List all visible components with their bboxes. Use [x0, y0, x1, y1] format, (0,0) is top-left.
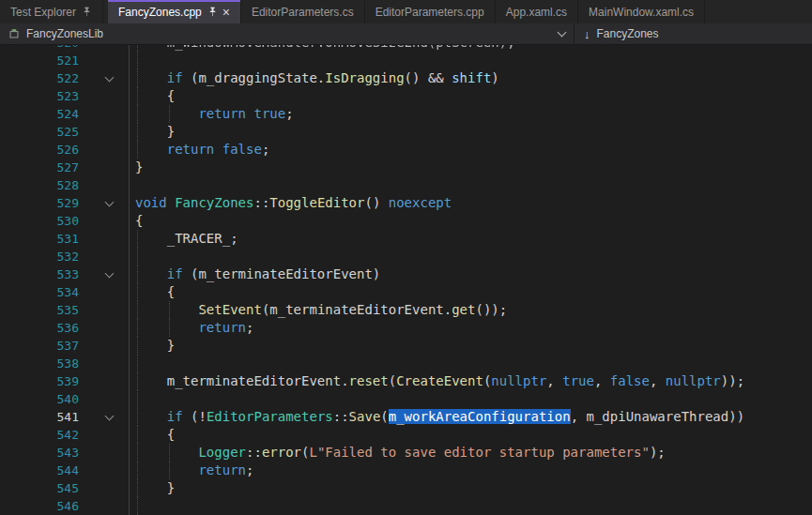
code-line[interactable]: 534 {: [0, 283, 812, 301]
code-text: [129, 176, 812, 194]
line-number: 530: [0, 212, 94, 230]
pin-icon[interactable]: [207, 7, 218, 17]
code-line[interactable]: 540: [0, 390, 812, 408]
tab-mainwindow-xaml-cs[interactable]: MainWindow.xaml.cs: [578, 0, 705, 23]
code-line[interactable]: 535 SetEvent(m_terminateEditorEvent.get(…: [0, 301, 812, 319]
line-number: 525: [0, 123, 94, 141]
code-line[interactable]: 532: [0, 248, 812, 265]
tab-bar: Test ExplorerFancyZones.cpp×EditorParame…: [0, 0, 812, 23]
fold-margin: [94, 408, 129, 426]
fold-margin: [94, 444, 129, 462]
project-icon: [8, 28, 20, 39]
tab-label: Test Explorer: [10, 6, 76, 19]
line-number: 546: [0, 497, 94, 515]
line-number: 533: [0, 265, 94, 283]
line-number: 536: [0, 319, 94, 337]
fold-margin: [94, 265, 129, 283]
close-icon[interactable]: ×: [222, 6, 230, 19]
line-number: 534: [0, 283, 94, 301]
indent-guide: [137, 355, 138, 372]
code-line[interactable]: 527}: [0, 159, 812, 176]
code-text: [129, 52, 812, 69]
vs-editor-window: Test ExplorerFancyZones.cpp×EditorParame…: [0, 0, 812, 515]
line-number: 528: [0, 176, 94, 194]
scope-dropdown[interactable]: ↓ FancyZones: [575, 23, 812, 44]
line-number: 541: [0, 408, 94, 426]
code-line[interactable]: 545 }: [0, 479, 812, 497]
line-number: 523: [0, 87, 94, 105]
tab-label: App.xaml.cs: [506, 6, 567, 19]
code-text: return false;: [129, 141, 812, 159]
code-text: {: [129, 87, 812, 105]
code-line[interactable]: 541 if (!EditorParameters::Save(m_workAr…: [0, 408, 812, 426]
code-line[interactable]: 524 return true;: [0, 105, 812, 123]
fold-margin: [94, 159, 129, 176]
line-number: 532: [0, 248, 94, 265]
fold-margin: [94, 462, 129, 479]
code-line[interactable]: 531 _TRACER_;: [0, 230, 812, 248]
indent-guide: [137, 248, 138, 265]
code-line[interactable]: 520 m_windowMoveHandler.OnMoveSizeEnd(pt…: [0, 45, 812, 52]
tab-label: EditorParameters.cs: [252, 6, 354, 19]
fold-chevron-icon[interactable]: [105, 73, 115, 83]
fold-margin: [94, 176, 129, 194]
code-line[interactable]: 544 return;: [0, 462, 812, 479]
tab-app-xaml-cs[interactable]: App.xaml.cs: [496, 0, 578, 23]
code-line[interactable]: 542 {: [0, 426, 812, 444]
code-line[interactable]: 533 if (m_terminateEditorEvent): [0, 265, 812, 283]
code-line[interactable]: 521: [0, 52, 812, 69]
fold-margin: [94, 479, 129, 497]
code-line[interactable]: 523 {: [0, 87, 812, 105]
project-dropdown[interactable]: FancyZonesLib: [0, 23, 575, 44]
code-line[interactable]: 522 if (m_draggingState.IsDragging() && …: [0, 69, 812, 87]
code-text: {: [129, 426, 812, 444]
fold-chevron-icon[interactable]: [105, 412, 115, 421]
code-line[interactable]: 528: [0, 176, 812, 194]
tab-test-explorer[interactable]: Test Explorer: [0, 0, 103, 23]
fold-chevron-icon[interactable]: [105, 269, 115, 279]
code-text: }: [129, 337, 812, 355]
fold-margin: [94, 105, 129, 123]
code-line[interactable]: 525 }: [0, 123, 812, 141]
line-number: 527: [0, 159, 94, 176]
pin-icon[interactable]: [82, 7, 92, 17]
line-number: 522: [0, 69, 94, 87]
tab-editorparameters-cpp[interactable]: EditorParameters.cpp: [365, 0, 496, 23]
fold-margin: [94, 283, 129, 301]
line-number: 537: [0, 337, 94, 355]
line-number: 544: [0, 462, 94, 479]
fold-margin: [94, 372, 129, 390]
fold-margin: [94, 355, 129, 372]
line-number: 545: [0, 479, 94, 497]
code-line[interactable]: 529void FancyZones::ToggleEditor() noexc…: [0, 194, 812, 212]
chevron-down-icon: [558, 28, 567, 38]
tab-fancyzones-cpp[interactable]: FancyZones.cpp×: [108, 0, 241, 23]
code-line[interactable]: 538: [0, 355, 812, 372]
code-line[interactable]: 530{: [0, 212, 812, 230]
code-text: if (m_draggingState.IsDragging() && shif…: [129, 69, 812, 87]
code-line[interactable]: 536 return;: [0, 319, 812, 337]
code-text: m_windowMoveHandler.OnMoveSizeEnd(ptScre…: [129, 45, 812, 52]
code-text: Logger::error(L"Failed to save editor st…: [129, 444, 812, 462]
tab-editorparameters-cs[interactable]: EditorParameters.cs: [241, 0, 365, 23]
fold-margin: [94, 390, 129, 408]
code-line[interactable]: 543 Logger::error(L"Failed to save edito…: [0, 444, 812, 462]
code-line[interactable]: 537 }: [0, 337, 812, 355]
fold-margin: [94, 69, 129, 87]
code-text: }: [129, 479, 812, 497]
line-number: 526: [0, 141, 94, 159]
line-number: 542: [0, 426, 94, 444]
fold-margin: [94, 248, 129, 265]
code-editor[interactable]: 520 m_windowMoveHandler.OnMoveSizeEnd(pt…: [0, 45, 812, 515]
fold-margin: [94, 497, 129, 515]
code-text: _TRACER_;: [129, 230, 812, 248]
code-line[interactable]: 526 return false;: [0, 141, 812, 159]
code-text: [129, 355, 812, 372]
code-text: {: [129, 283, 812, 301]
code-text: return;: [129, 319, 812, 337]
code-line[interactable]: 539 m_terminateEditorEvent.reset(CreateE…: [0, 372, 812, 390]
line-number: 538: [0, 355, 94, 372]
fold-chevron-icon[interactable]: [105, 198, 115, 207]
indent-guide: [137, 52, 138, 69]
code-line[interactable]: 546: [0, 497, 812, 515]
